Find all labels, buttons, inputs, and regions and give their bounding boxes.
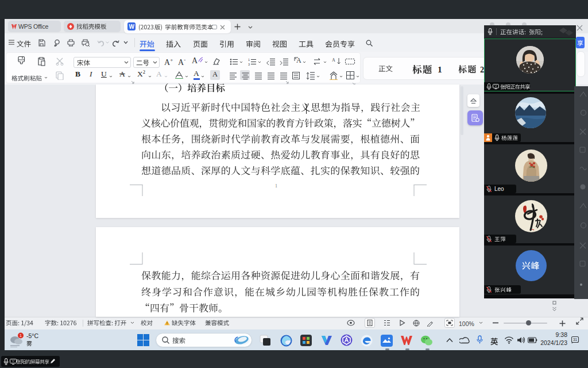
svg-text:31: 31 [573, 338, 578, 342]
svg-text:3: 3 [248, 63, 250, 66]
svg-text:A: A [332, 57, 335, 63]
svg-text:1: 1 [20, 334, 22, 338]
svg-text:1: 1 [248, 58, 250, 62]
